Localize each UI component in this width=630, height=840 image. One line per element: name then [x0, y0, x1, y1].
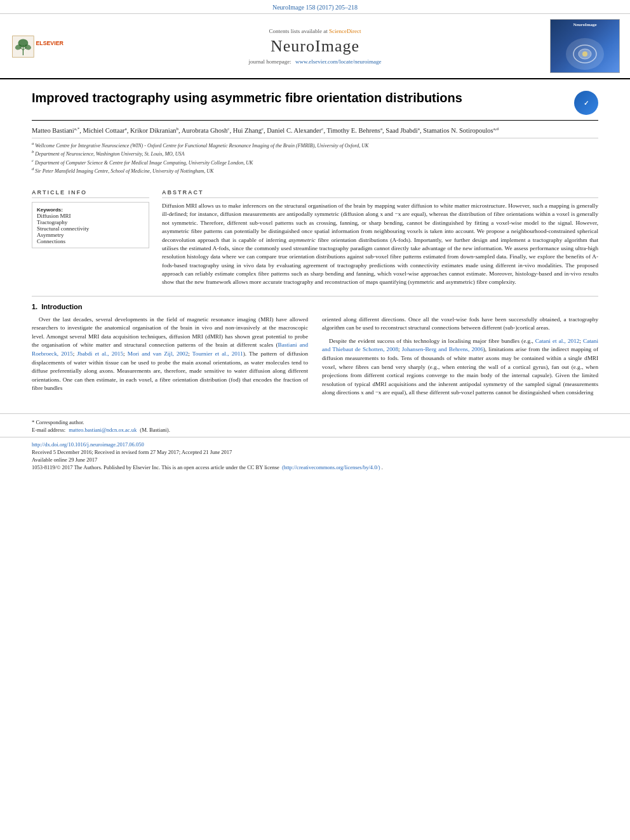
- introduction-section: 1. Introduction Over the last decades, s…: [32, 303, 598, 402]
- elsevier-logo: ELSEVIER: [10, 35, 74, 58]
- article-info-abstract-section: ARTICLE INFO Keywords: Diffusion MRI Tra…: [32, 180, 598, 286]
- homepage-label: journal homepage:: [249, 58, 292, 65]
- abstract-heading: ABSTRACT: [162, 189, 598, 198]
- ref-johansen-2006[interactable]: Johansen-Berg and Behrens, 2006: [402, 346, 483, 352]
- article-info-heading: ARTICLE INFO: [32, 189, 149, 198]
- intro-para-1: Over the last decades, several developme…: [32, 316, 308, 393]
- journal-homepage-line: journal homepage: www.elsevier.com/locat…: [105, 58, 525, 65]
- journal-title-center: Contents lists available at ScienceDirec…: [105, 28, 525, 65]
- svg-point-10: [582, 51, 587, 57]
- abstract-column: ABSTRACT Diffusion MRI allows us to make…: [162, 189, 598, 286]
- intro-col-left: Over the last decades, several developme…: [32, 316, 308, 402]
- license-line: 1053-8119/© 2017 The Authors. Published …: [32, 464, 598, 470]
- cover-journal-name: NeuroImage: [573, 22, 596, 27]
- author-ghosh: Aurobrata Ghoshc,: [182, 127, 233, 134]
- author-jbabdi: Saad Jbabdia,: [385, 127, 423, 134]
- keyword-connections: Connections: [37, 238, 144, 244]
- keywords-label: Keywords:: [37, 207, 63, 213]
- intro-para-col2-1: oriented along different directions. Onc…: [322, 316, 598, 333]
- article-title-section: Improved tractography using asymmetric f…: [32, 79, 598, 121]
- intro-para-col2-2: Despite the evident success of this tech…: [322, 337, 598, 397]
- journal-name: NeuroImage: [105, 37, 525, 56]
- sciencedirect-link[interactable]: ScienceDirect: [329, 28, 361, 34]
- cover-visual: [566, 38, 604, 70]
- affil-b: b Department of Neuroscience, Washington…: [32, 149, 598, 157]
- affil-c: c Department of Computer Science & Centr…: [32, 158, 598, 166]
- intro-col-right: oriented along different directions. Onc…: [322, 316, 598, 402]
- keywords-box: Keywords: Diffusion MRI Tractography Str…: [32, 202, 149, 248]
- journal-reference-bar: NeuroImage 158 (2017) 205–218: [0, 0, 630, 14]
- email-line: E-mail address: matteo.bastiani@ndcn.ox.…: [32, 427, 598, 433]
- contents-text: Contents lists available at: [269, 28, 328, 34]
- license-url[interactable]: (http://creativecommons.org/licenses/by/…: [282, 464, 380, 470]
- author-alexander: Daniel C. Alexanderc,: [267, 127, 326, 134]
- ref-jbabdi-2015[interactable]: Jbabdi et al., 2015: [77, 350, 123, 357]
- affil-a: a Wellcome Centre for Integrative Neuros…: [32, 141, 598, 149]
- ref-catani-2012[interactable]: Catani et al., 2012: [535, 338, 580, 344]
- doi-section: http://dx.doi.org/10.1016/j.neuroimage.2…: [0, 437, 630, 474]
- corresponding-author-note: * Corresponding author.: [32, 419, 598, 425]
- doi-line: http://dx.doi.org/10.1016/j.neuroimage.2…: [32, 441, 598, 448]
- homepage-url[interactable]: www.elsevier.com/locate/neuroimage: [295, 58, 381, 65]
- email-suffix: (M. Bastiani).: [140, 427, 170, 433]
- keyword-asymmetry: Asymmetry: [37, 232, 144, 238]
- license-suffix: .: [382, 464, 383, 470]
- section-divider: [32, 296, 598, 297]
- abstract-text: Diffusion MRI allows us to make inferenc…: [162, 202, 598, 286]
- publisher-logo-area: ELSEVIER: [10, 35, 99, 58]
- affil-d: d Sir Peter Mansfield Imaging Centre, Sc…: [32, 166, 598, 174]
- article-title: Improved tractography using asymmetric f…: [32, 91, 561, 105]
- doi-url[interactable]: http://dx.doi.org/10.1016/j.neuroimage.2…: [32, 441, 144, 448]
- crossmark-badge[interactable]: ✓: [574, 91, 598, 115]
- author-cottaar: Michiel Cottaara,: [83, 127, 130, 134]
- author-bastiani: Matteo Bastiania,*,: [32, 127, 83, 134]
- author-sotiropoulos: Stamatios N. Sotiropoulosa,d: [423, 127, 499, 134]
- intro-body-cols: Over the last decades, several developme…: [32, 314, 598, 402]
- contents-available-line: Contents lists available at ScienceDirec…: [105, 28, 525, 34]
- footer-section: * Corresponding author. E-mail address: …: [0, 413, 630, 437]
- email-label: E-mail address:: [32, 427, 65, 433]
- journal-ref-link[interactable]: NeuroImage 158 (2017) 205–218: [272, 4, 358, 11]
- corresponding-label: * Corresponding author.: [32, 419, 84, 425]
- email-address[interactable]: matteo.bastiani@ndcn.ox.ac.uk: [69, 427, 137, 433]
- ref-tournier-2011[interactable]: Tournier et al., 2011: [192, 350, 243, 357]
- svg-text:ELSEVIER: ELSEVIER: [36, 40, 64, 46]
- intro-heading: 1. Introduction: [32, 303, 598, 310]
- journal-cover-area: NeuroImage: [531, 19, 620, 73]
- received-line: Received 5 December 2016; Received in re…: [32, 449, 598, 455]
- ref-mori-2002[interactable]: Mori and van Zijl, 2002: [128, 350, 189, 357]
- journal-header: ELSEVIER Contents lists available at Sci…: [0, 14, 630, 79]
- authors-line: Matteo Bastiania,*, Michiel Cottaara, Kr…: [32, 126, 598, 134]
- available-line: Available online 29 June 2017: [32, 457, 598, 463]
- keyword-diffusion-mri: Diffusion MRI: [37, 213, 144, 219]
- license-text: 1053-8119/© 2017 The Authors. Published …: [32, 464, 279, 470]
- author-zhang: Hui Zhangc,: [233, 127, 267, 134]
- keyword-structural-connectivity: Structural connectivity: [37, 225, 144, 232]
- article-info-column: ARTICLE INFO Keywords: Diffusion MRI Tra…: [32, 189, 149, 286]
- affiliations-section: a Wellcome Centre for Integrative Neuros…: [32, 138, 598, 175]
- keyword-tractography: Tractography: [37, 219, 144, 225]
- author-behrens: Timothy E. Behrensa,: [326, 127, 385, 134]
- author-dikranian: Krikor Dikranianb,: [130, 127, 182, 134]
- authors-section: Matteo Bastiania,*, Michiel Cottaara, Kr…: [32, 121, 598, 180]
- crossmark-text: ✓: [584, 100, 589, 107]
- main-content-area: Improved tractography using asymmetric f…: [0, 79, 630, 402]
- journal-cover-image: NeuroImage: [550, 19, 620, 73]
